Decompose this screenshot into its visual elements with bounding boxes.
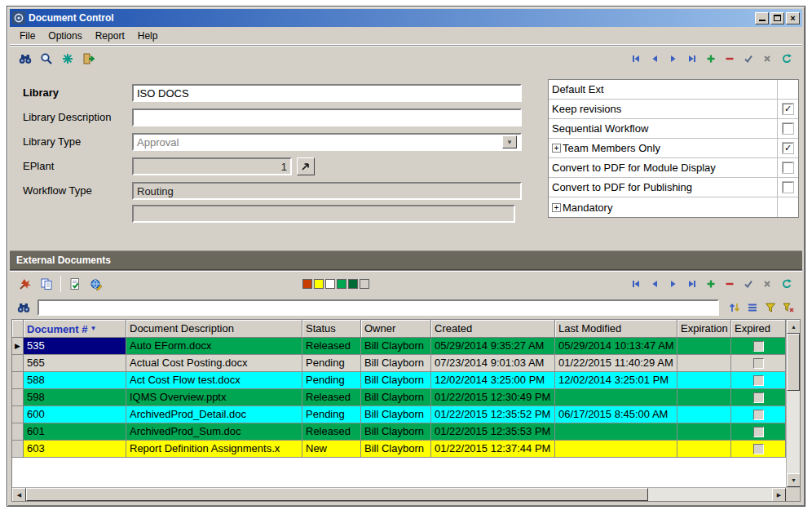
expand-icon[interactable]: + [552, 203, 561, 212]
scroll-left-button[interactable]: ◀ [12, 488, 26, 502]
check-in-document-button[interactable] [64, 274, 86, 294]
prior-record-button[interactable] [647, 277, 663, 291]
cell-document-number[interactable]: 565 [24, 355, 126, 372]
cell-document-number[interactable]: 535 [24, 338, 126, 355]
cell-description[interactable]: IQMS Overview.pptx [126, 389, 302, 406]
cell-expiration[interactable] [677, 355, 731, 372]
library-input[interactable] [132, 84, 522, 102]
cell-description[interactable]: Act Cost Flow test.docx [126, 372, 302, 389]
sequential-workflow-checkbox[interactable] [783, 123, 793, 134]
cell-expiration[interactable] [677, 372, 731, 389]
expired-checkbox[interactable] [753, 375, 764, 386]
header-created[interactable]: Created [431, 320, 555, 338]
cancel-edit-button[interactable] [759, 51, 775, 66]
maximize-button[interactable] [770, 12, 784, 24]
cell-description[interactable]: ArchivedProd_Sum.doc [126, 423, 302, 441]
cell-document-number[interactable]: 600 [24, 406, 126, 423]
vertical-scrollbar[interactable]: ▲ ▼ [786, 320, 800, 487]
cell-expiration[interactable] [677, 406, 731, 423]
table-row[interactable]: 603 Report Definition Assignments.x New … [12, 441, 786, 458]
cell-expired[interactable] [731, 338, 786, 355]
search-button[interactable] [36, 49, 57, 69]
option-row-convert-pdf-publishing[interactable]: Convert to PDF for Publishing [549, 178, 798, 197]
close-button[interactable]: × [786, 12, 800, 24]
workflow-type-input[interactable] [132, 182, 522, 200]
exit-button[interactable] [78, 49, 99, 69]
menu-help[interactable]: Help [131, 29, 165, 43]
cell-owner[interactable]: Bill Clayborn [361, 441, 431, 458]
cell-expiration[interactable] [677, 423, 731, 441]
cell-description[interactable]: ArchivedProd_Detail.doc [126, 406, 302, 423]
cell-status[interactable]: Pending [302, 406, 361, 423]
cell-owner[interactable]: Bill Clayborn [361, 355, 431, 372]
eplant-input[interactable] [132, 157, 292, 175]
convert-pdf-publishing-checkbox[interactable] [783, 182, 793, 193]
cell-owner[interactable]: Bill Clayborn [361, 406, 431, 423]
scroll-down-button[interactable]: ▼ [787, 473, 801, 487]
header-expired[interactable]: Expired [731, 320, 786, 338]
related-items-button[interactable] [57, 49, 78, 69]
horizontal-scrollbar[interactable]: ◀ ▶ [12, 487, 800, 501]
table-row[interactable]: 600 ArchivedProd_Detail.doc Pending Bill… [12, 406, 786, 423]
eplant-lookup-button[interactable] [297, 157, 315, 175]
scroll-right-button[interactable]: ▶ [772, 488, 786, 502]
header-status[interactable]: Status [302, 320, 361, 338]
cell-status[interactable]: Pending [302, 372, 361, 389]
cell-expired[interactable] [731, 441, 786, 458]
header-last-modified[interactable]: Last Modified [555, 320, 677, 338]
find-button[interactable] [15, 49, 36, 69]
table-row[interactable]: 565 Actual Cost Posting.docx Pending Bil… [12, 355, 786, 372]
cell-created[interactable]: 07/23/2014 9:01:03 AM [431, 355, 555, 372]
team-members-only-checkbox[interactable]: ✓ [783, 143, 793, 153]
library-type-select[interactable]: Approval ▼ [132, 133, 522, 151]
expired-checkbox[interactable] [753, 444, 764, 454]
header-expiration[interactable]: Expiration [677, 320, 731, 338]
cell-document-number[interactable]: 598 [24, 389, 126, 406]
expired-checkbox[interactable] [753, 392, 764, 403]
web-publish-button[interactable] [86, 274, 107, 294]
cell-expiration[interactable] [677, 441, 731, 458]
refresh-button[interactable] [778, 51, 794, 66]
cell-document-number[interactable]: 603 [24, 441, 126, 458]
next-record-button[interactable] [665, 277, 682, 291]
cell-status[interactable]: New [302, 441, 361, 458]
header-owner[interactable]: Owner [361, 320, 431, 338]
cell-owner[interactable]: Bill Clayborn [361, 389, 431, 406]
cell-description[interactable]: Auto EForm.docx [126, 338, 302, 355]
vertical-scroll-thumb[interactable] [787, 334, 800, 391]
post-edit-button[interactable] [740, 277, 757, 291]
table-row[interactable]: 601 ArchivedProd_Sum.doc Released Bill C… [12, 423, 786, 441]
expand-icon[interactable]: + [552, 144, 561, 153]
horizontal-scroll-thumb[interactable] [26, 488, 648, 501]
cell-created[interactable]: 12/02/2014 3:25:00 PM [431, 372, 555, 389]
cell-owner[interactable]: Bill Clayborn [361, 423, 431, 441]
clear-filter-button[interactable] [779, 299, 797, 316]
menu-file[interactable]: File [13, 29, 42, 43]
cell-description[interactable]: Actual Cost Posting.docx [126, 355, 302, 372]
next-record-button[interactable] [665, 51, 682, 66]
table-row[interactable]: 588 Act Cost Flow test.docx Pending Bill… [12, 372, 786, 389]
incremental-search-button[interactable] [15, 299, 33, 316]
horizontal-scroll-track[interactable] [648, 488, 772, 501]
cell-created[interactable]: 01/22/2015 12:30:49 PM [431, 389, 555, 406]
title-bar[interactable]: Document Control × [10, 9, 802, 27]
cell-last-modified[interactable] [555, 389, 677, 406]
workflow-secondary-input[interactable] [132, 205, 515, 223]
cell-status[interactable]: Released [302, 389, 361, 406]
copy-document-button[interactable] [36, 274, 57, 294]
filter-button[interactable] [761, 299, 779, 316]
header-document-number[interactable]: Document #▼ [24, 320, 126, 338]
table-row[interactable]: 598 IQMS Overview.pptx Released Bill Cla… [12, 389, 786, 406]
header-document-description[interactable]: Document Description [126, 320, 302, 338]
option-row-keep-revisions[interactable]: Keep revisions ✓ [549, 100, 798, 119]
cell-last-modified[interactable]: 06/17/2015 8:45:00 AM [555, 406, 677, 423]
expired-checkbox[interactable] [753, 358, 764, 369]
option-row-team-members-only[interactable]: +Team Members Only ✓ [549, 139, 798, 158]
last-record-button[interactable] [684, 51, 700, 66]
search-input[interactable] [38, 299, 719, 316]
first-record-button[interactable] [628, 51, 644, 66]
cell-expired[interactable] [731, 372, 786, 389]
cell-created[interactable]: 01/22/2015 12:35:52 PM [431, 406, 555, 423]
option-row-sequential-workflow[interactable]: Sequential Workflow [549, 119, 798, 139]
cell-expired[interactable] [731, 406, 786, 423]
